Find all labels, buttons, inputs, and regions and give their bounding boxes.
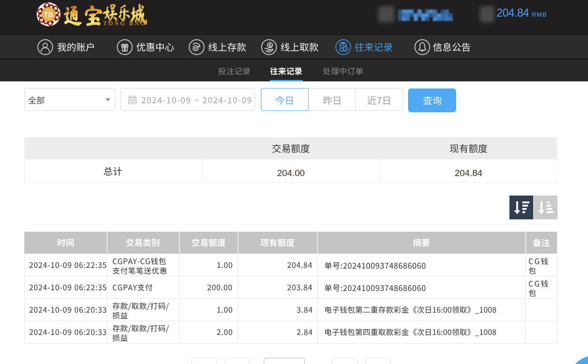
svg-text:TB: TB bbox=[44, 10, 53, 19]
svg-text:TONG BAO: TONG BAO bbox=[103, 20, 147, 27]
